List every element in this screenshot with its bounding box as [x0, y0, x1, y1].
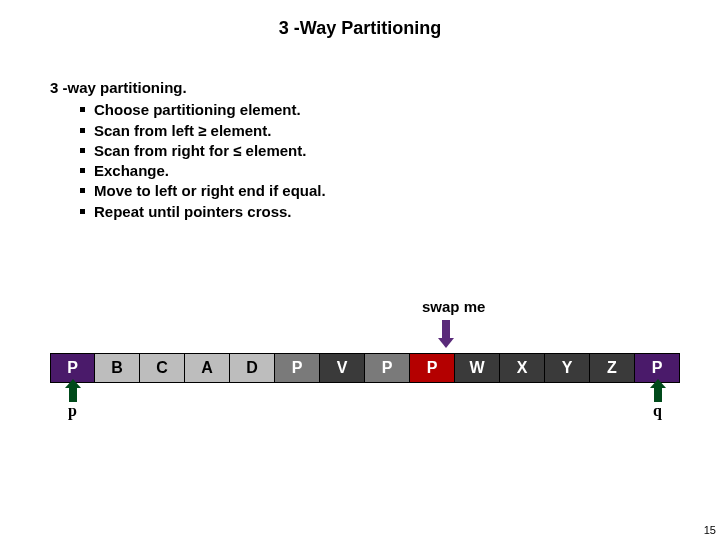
- array-cell: Z: [590, 353, 635, 383]
- array-cell: C: [140, 353, 185, 383]
- array-cell: W: [455, 353, 500, 383]
- array-cell: P: [365, 353, 410, 383]
- pointer-q-label: q: [653, 402, 662, 420]
- bullet-item: Repeat until pointers cross.: [80, 202, 326, 222]
- bullet-item: Exchange.: [80, 161, 326, 181]
- arrow-up-icon: [654, 388, 662, 402]
- array-cell: A: [185, 353, 230, 383]
- pointer-p-label: p: [68, 402, 77, 420]
- bullet-item: Scan from left ≥ element.: [80, 121, 326, 141]
- array-cell: B: [95, 353, 140, 383]
- array-cell: Y: [545, 353, 590, 383]
- page-number: 15: [704, 524, 716, 536]
- array-cell: V: [320, 353, 365, 383]
- bullet-item: Scan from right for ≤ element.: [80, 141, 326, 161]
- array-row: PBCADPVPPWXYZP: [50, 353, 680, 383]
- bullet-list: Choose partitioning element. Scan from l…: [50, 100, 326, 222]
- arrow-up-icon: [69, 388, 77, 402]
- slide-title: 3 -Way Partitioning: [0, 0, 720, 39]
- array-cell: P: [275, 353, 320, 383]
- bullet-item: Move to left or right end if equal.: [80, 181, 326, 201]
- section-heading: 3 -way partitioning.: [50, 78, 326, 98]
- array-cell: X: [500, 353, 545, 383]
- array-cell: P: [410, 353, 455, 383]
- array-cell: D: [230, 353, 275, 383]
- bullet-item: Choose partitioning element.: [80, 100, 326, 120]
- swap-label: swap me: [422, 298, 485, 315]
- arrow-down-icon: [442, 320, 450, 338]
- content-block: 3 -way partitioning. Choose partitioning…: [50, 78, 326, 222]
